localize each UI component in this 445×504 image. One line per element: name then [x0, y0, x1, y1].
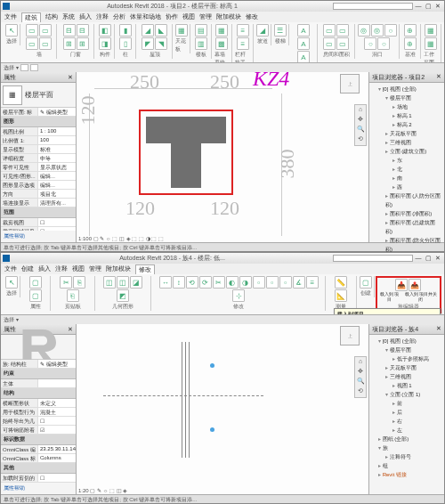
property-row[interactable]: 比例值 1:100 [1, 136, 76, 145]
ribbon-button[interactable]: ▦ [215, 24, 228, 37]
property-value[interactable]: 显示原状态 [38, 163, 76, 171]
property-row[interactable]: 详细程度中等 [1, 154, 76, 163]
browser-tree[interactable]: [0] 视图 (全部)楼层平面低于参照标高天花板平面三维视图视图 1立面 (立面… [369, 335, 444, 494]
property-value[interactable]: 编辑... [38, 172, 76, 180]
tree-node[interactable]: 南 [392, 174, 442, 183]
ribbon-button[interactable]: ▭ [39, 24, 52, 37]
tree-node[interactable]: 面积平面 (总建筑面积) [385, 218, 442, 236]
tree-node[interactable]: 组 [378, 461, 442, 470]
ribbon-button[interactable]: ⊞ [77, 37, 89, 50]
tree-node[interactable]: [0] 视图 (全部)楼层平面低于参照标高天花板平面三维视图视图 1立面 (立面… [378, 337, 442, 435]
ribbon-button[interactable]: ⎘ [73, 276, 85, 289]
revit-app-icon[interactable] [3, 3, 10, 10]
drawing-canvas[interactable]: 上 ⌂✥🔍⟲ 1:20 ▢ ✎ ☼ ⬚ ◫ ◈ [77, 324, 368, 494]
ribbon-tab[interactable]: 附加模块 [106, 264, 131, 273]
ribbon-button[interactable]: ☰ [274, 24, 287, 37]
ribbon-button[interactable]: ◩ [117, 289, 129, 302]
ribbon-tab[interactable]: 分析 [113, 12, 125, 21]
ribbon-button[interactable]: ▫ [266, 276, 279, 289]
ribbon-button[interactable]: ≡ [306, 276, 319, 289]
ribbon-button[interactable]: ✂ [213, 276, 225, 289]
property-section-header[interactable]: 结构 [1, 388, 76, 399]
minimize-button[interactable]: — [414, 255, 423, 262]
ribbon-tab[interactable]: 插入 [38, 264, 51, 273]
properties-help-link[interactable]: 属性帮助 [1, 231, 76, 242]
tree-node[interactable]: 楼层平面场地标高 1标高 2 [385, 93, 442, 129]
instance-selector[interactable]: 楼层平面: 标高 1 [1, 108, 38, 116]
ribbon-button[interactable]: ◨ [99, 37, 111, 50]
ribbon-button[interactable]: ◤ [142, 37, 154, 50]
navigation-bar[interactable]: ⌂✥🔍⟲ [354, 104, 367, 146]
property-section-header[interactable]: 其他 [1, 463, 76, 474]
ref-point-icon[interactable] [210, 363, 214, 368]
property-row[interactable]: 加载时剪切的空心☐ [1, 474, 76, 483]
ribbon-button[interactable]: ○ [364, 37, 376, 50]
tree-node[interactable]: 面积平面 (防火分区面积) [385, 236, 442, 254]
tree-node[interactable]: 后 [392, 408, 442, 417]
tree-node[interactable]: 三维视图 [385, 138, 442, 147]
ribbon-button[interactable]: ◑ [239, 276, 252, 289]
ribbon-button[interactable]: ↖ [5, 276, 18, 289]
tree-node[interactable]: 北 [392, 165, 442, 174]
tree-node[interactable]: 场地 [392, 102, 442, 111]
ribbon-button[interactable]: A [297, 51, 310, 63]
ribbon-button[interactable]: ○ [384, 24, 397, 37]
ribbon-button[interactable]: A [297, 37, 310, 50]
ribbon-button[interactable]: ▭ [336, 24, 349, 37]
ribbon-button[interactable]: ▯ [119, 37, 132, 50]
property-section-header[interactable]: 图形 [1, 117, 76, 127]
ribbon-button[interactable]: ◎ [371, 24, 384, 37]
ref-point-icon[interactable] [210, 427, 214, 432]
ribbon-button[interactable]: ▭ [336, 37, 349, 50]
ribbon-tab[interactable]: 插入 [79, 12, 92, 21]
type-preview-icon[interactable]: ▦ [3, 85, 22, 105]
ribbon-button[interactable]: ⟲ [186, 276, 198, 289]
property-value[interactable]: Columns [38, 454, 76, 462]
property-value[interactable]: ☐ [38, 218, 76, 226]
property-row[interactable]: OmniClass 编号23.25.30.11.14.11 [1, 445, 76, 454]
ribbon-button[interactable]: ✂ [60, 276, 72, 289]
tree-node[interactable]: 天花板平面 [385, 363, 442, 372]
property-row[interactable]: 方向项目北 [1, 190, 76, 199]
tree-node[interactable]: 前 [392, 399, 442, 408]
edit-type-button[interactable]: ✎ 编辑类型 [38, 108, 76, 116]
load-into-project-button[interactable]: 载入到 项目 [378, 291, 401, 302]
properties-help-link[interactable]: 属性帮助 [1, 483, 76, 494]
ribbon-button[interactable]: ▭ [26, 24, 38, 37]
panel-close-icon[interactable]: ✕ [436, 325, 441, 333]
ribbon-button[interactable]: ▢ [29, 276, 42, 289]
ribbon-button[interactable]: ⊟ [63, 24, 76, 37]
property-value[interactable]: 混凝土 [38, 408, 76, 416]
navigation-bar[interactable]: ⌂✥🔍⟲ [354, 356, 367, 398]
ribbon-button[interactable]: ⊹ [232, 289, 245, 302]
property-value[interactable]: 中等 [38, 154, 76, 162]
ribbon-button[interactable]: ◧ [99, 24, 111, 37]
ribbon-button[interactable]: ⊟ [77, 24, 89, 37]
ribbon-button[interactable]: ◪ [130, 276, 142, 289]
ribbon-button[interactable]: ▭ [323, 24, 336, 37]
ribbon-button[interactable]: ◐ [226, 276, 239, 289]
ribbon-button[interactable]: ↕ [173, 276, 185, 289]
tree-node[interactable]: 东 [392, 156, 442, 165]
tree-node[interactable]: 左 [392, 426, 442, 435]
ribbon-button[interactable]: ▢ [29, 289, 42, 302]
ribbon-button[interactable]: ▮ [119, 24, 132, 37]
tree-node[interactable]: Revit 链接 [378, 470, 442, 479]
property-row[interactable]: 用于模型行为的材质混凝土 [1, 408, 76, 417]
ribbon-button[interactable]: ◣ [155, 24, 167, 37]
ribbon-button[interactable]: ▢ [360, 276, 372, 289]
tree-node[interactable]: 图纸 (全部) [378, 435, 442, 443]
property-value[interactable] [38, 379, 76, 387]
property-value[interactable]: 编辑... [38, 181, 76, 189]
ribbon-tab[interactable]: 附加模块 [216, 12, 241, 21]
tree-node[interactable]: 右 [392, 417, 442, 426]
property-value[interactable]: 标准 [38, 145, 76, 153]
property-value[interactable]: 1 : 100 [38, 127, 76, 135]
panel-close-icon[interactable]: ✕ [68, 74, 73, 81]
panel-close-icon[interactable]: ✕ [436, 73, 441, 81]
opt-icon[interactable] [30, 64, 38, 71]
help-search-input[interactable] [333, 255, 413, 262]
ribbon-tab[interactable]: 注释 [55, 264, 68, 273]
property-row[interactable]: 主体 [1, 379, 76, 388]
property-row[interactable]: 横断面形状未定义 [1, 399, 76, 408]
